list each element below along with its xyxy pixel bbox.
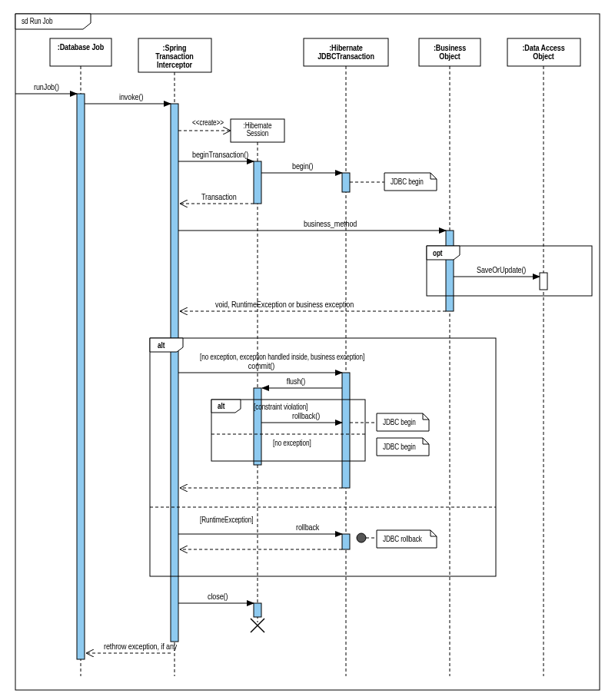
activation-bo xyxy=(446,231,454,311)
msg-commit: commit() xyxy=(248,361,274,370)
fragment-alt-guard2: [RuntimeException] xyxy=(200,516,253,524)
lifeline-hibernate-session-label: :HibernateSession xyxy=(244,121,272,138)
lifeline-business-object: :BusinessObject xyxy=(419,38,480,676)
fragment-opt-label: opt xyxy=(433,249,443,257)
msg-close: close() xyxy=(208,592,228,601)
msg-saveorupdate: SaveOrUpdate() xyxy=(477,265,526,274)
msg-runjob: runJob() xyxy=(34,82,59,91)
svg-text:JDBC rollback: JDBC rollback xyxy=(383,535,423,543)
activation-hjt3 xyxy=(342,534,350,549)
lifeline-data-access-object: :Data AccessObject xyxy=(507,38,580,676)
fragment-alt-guard1: [no exception, exception handled inside,… xyxy=(200,353,364,361)
msg-rollback2: rollback xyxy=(296,523,320,532)
activation-dao xyxy=(540,273,547,290)
msg-return-biz: void, RuntimeException or business excep… xyxy=(215,300,354,309)
note-jdbc-begin: JDBC begin xyxy=(350,173,437,191)
svg-text::Database Job: :Database Job xyxy=(58,42,105,51)
msg-transaction: Transaction xyxy=(201,192,237,201)
destroy-icon xyxy=(251,619,264,632)
activation-hs1 xyxy=(254,161,261,204)
note-jdbc-begin3: JDBC begin xyxy=(377,438,429,456)
msg-invoke: invoke() xyxy=(119,92,143,101)
msg-begintx: beginTransaction() xyxy=(192,150,248,159)
svg-text:JDBC begin: JDBC begin xyxy=(383,418,416,426)
note-jdbc-rollback: JDBC rollback xyxy=(366,530,437,548)
rollback-dot-icon xyxy=(357,533,366,542)
fragment-alt xyxy=(150,338,496,576)
activation-hjt1 xyxy=(342,173,350,192)
msg-flush: flush() xyxy=(287,377,305,386)
svg-text:JDBC begin: JDBC begin xyxy=(383,443,416,451)
msg-rollback: rollback() xyxy=(292,411,320,420)
activation-hjt2 xyxy=(342,373,350,488)
msg-rethrow: rethrow exception, if any xyxy=(104,642,178,651)
fragment-inner-guard1: [constraint violation] xyxy=(254,403,308,411)
note-text: JDBC begin xyxy=(391,177,424,186)
activation-db xyxy=(77,94,85,659)
activation-hs-close xyxy=(254,603,261,617)
note-jdbc-begin2: JDBC begin xyxy=(350,413,429,431)
lifeline-label: :Database Job xyxy=(58,42,105,51)
frame-title: sd Run Job xyxy=(22,17,53,25)
msg-create: <<create>> xyxy=(192,118,224,127)
fragment-inner-guard2: [no exception] xyxy=(273,439,311,447)
sequence-diagram: sd Run Job :Database Job :SpringTransact… xyxy=(0,0,615,700)
frame xyxy=(15,14,600,690)
fragment-inner-alt-label: alt xyxy=(218,402,225,410)
fragment-alt-label: alt xyxy=(158,341,165,350)
activation-sti xyxy=(171,104,178,642)
msg-begin: begin() xyxy=(292,161,313,171)
msg-bizmethod: business_method xyxy=(304,219,357,228)
